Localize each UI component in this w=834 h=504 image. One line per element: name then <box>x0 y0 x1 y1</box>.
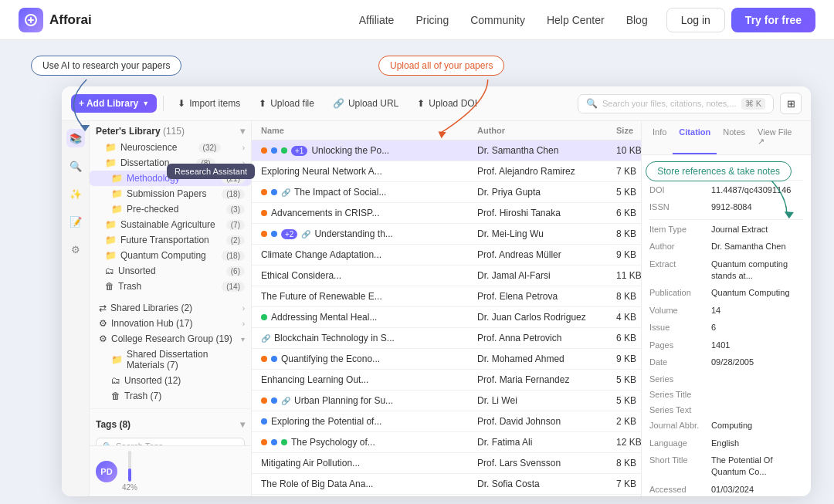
table-row[interactable]: The Future of Renewable E... Prof. Elena… <box>252 286 641 307</box>
table-row[interactable]: Addressing Mental Heal... Dr. Juan Carlo… <box>252 307 641 328</box>
row-author: Prof. Andreas Müller <box>477 249 616 260</box>
sidebar-item-innovation-hub[interactable]: ⚙ Innovation Hub (17) › <box>90 316 251 331</box>
logo[interactable]: Afforai <box>19 8 92 32</box>
nav-blog[interactable]: Blog <box>626 14 648 26</box>
sidebar-item-quantum[interactable]: 📁 Quantum Computing (18) <box>90 248 251 263</box>
nav-help-center[interactable]: Help Center <box>547 14 605 26</box>
layout-toggle-button[interactable]: ⊞ <box>780 93 802 114</box>
table-row[interactable]: Climate Change Adaptation... Prof. Andre… <box>252 245 641 266</box>
sidebar-item-pre-checked[interactable]: 📁 Pre-checked (3) <box>90 201 251 217</box>
storage-fill <box>128 468 131 482</box>
search-bar[interactable]: 🔍 Search your files, citations, notes,..… <box>578 94 774 113</box>
tab-notes[interactable]: Notes <box>717 121 751 154</box>
row-size: 8 KB <box>616 458 641 468</box>
row-title: Enhancing Learning Out... <box>261 374 368 385</box>
table-row[interactable]: Enhancing Learning Out... Prof. Maria Fe… <box>252 370 641 391</box>
sidebar-icon-library[interactable]: 📚 <box>66 129 85 147</box>
row-author: Dr. Sofia Costa <box>477 479 616 489</box>
col-size: Size <box>616 126 641 135</box>
nav-affiliate[interactable]: Affiliate <box>359 14 395 26</box>
table-row[interactable]: Ethical Considera... Dr. Jamal Al-Farsi … <box>252 266 641 286</box>
sidebar-item-submission-papers[interactable]: 📁 Submission Papers (18) <box>90 186 251 201</box>
navbar: Afforai Affiliate Pricing Community Help… <box>0 0 834 40</box>
row-name-cell: Quantifying the Econo... <box>261 353 477 364</box>
panel-row-language: Language English <box>649 438 803 449</box>
journal-abbr-value: Computing <box>711 420 803 431</box>
upload-url-button[interactable]: 🔗 Upload URL <box>325 94 406 113</box>
sidebar-icon-notes[interactable]: 📝 <box>66 212 85 231</box>
num-badge: +2 <box>281 229 297 239</box>
table-area: Name Author Size Date Published Citation… <box>252 121 641 496</box>
table-row[interactable]: Exploring Neural Network A... Prof. Alej… <box>252 161 641 182</box>
table-row[interactable]: +1 Unlocking the Po... Dr. Samantha Chen… <box>252 140 641 161</box>
expand-arrow: ▾ <box>241 335 245 343</box>
import-items-button[interactable]: ⬇ Import items <box>170 94 248 113</box>
panel-row-series: Series <box>649 374 803 384</box>
sidebar-icon-search[interactable]: 🔍 <box>66 157 85 175</box>
sidebar-library-header: Peter's Library (115) ▾ <box>90 121 251 140</box>
sidebar-item-shared-libraries[interactable]: ⇄ Shared Libraries (2) › <box>90 300 251 316</box>
row-size: 8 KB <box>616 291 641 302</box>
folder-icon: 📁 <box>105 157 117 168</box>
table-row[interactable]: Quantifying the Econo... Dr. Mohamed Ahm… <box>252 349 641 370</box>
table-row[interactable]: Exploring the Potential of... Prof. Davi… <box>252 411 641 432</box>
table-row[interactable]: The Psychology of... Dr. Fatima Ali 12 K… <box>252 432 641 453</box>
date-value: 09/28/2005 <box>711 357 803 368</box>
sidebar-icon-ai[interactable]: ✨ <box>66 184 85 203</box>
accessed-value: 01/03/2024 <box>711 484 803 496</box>
table-row[interactable]: The Role of Big Data Ana... Dr. Sofia Co… <box>252 474 641 495</box>
row-author: Dr. Jamal Al-Farsi <box>477 270 616 281</box>
row-name-cell: Exploring Neural Network A... <box>261 166 477 177</box>
table-row[interactable]: Advancements in CRISP... Prof. Hiroshi T… <box>252 203 641 224</box>
nav-pricing[interactable]: Pricing <box>415 14 449 26</box>
upload-doi-button[interactable]: ⬆ Upload DOI <box>409 94 485 113</box>
login-button[interactable]: Log in <box>666 8 725 32</box>
row-title: The Future of Renewable E... <box>261 291 382 302</box>
sidebar-item-college-research[interactable]: ⚙ College Research Group (19) ▾ <box>90 331 251 347</box>
row-title: Exploring the Potential of... <box>271 416 381 427</box>
row-size: 11 KB <box>616 270 641 281</box>
row-author: Prof. Hiroshi Tanaka <box>477 208 616 218</box>
table-row[interactable]: 🔗 Blockchain Technology in S... Prof. An… <box>252 328 641 349</box>
journal-abbr-label: Journal Abbr. <box>649 420 705 430</box>
sidebar-item-unsorted-shared[interactable]: 🗂 Unsorted (12) <box>90 373 251 388</box>
folder-icon: 📁 <box>105 142 117 153</box>
extract-label: Extract <box>649 259 705 269</box>
import-icon: ⬇ <box>178 98 185 109</box>
tags-expand-icon[interactable]: ▾ <box>240 419 245 430</box>
row-title: Ethical Considera... <box>261 270 341 281</box>
tab-citation[interactable]: Citation <box>673 121 717 154</box>
row-title: Urban Planning for Su... <box>294 395 393 406</box>
group-icon: ⚙ <box>99 318 107 329</box>
tab-view-file[interactable]: View File ↗ <box>751 121 806 154</box>
sidebar-item-neuroscience[interactable]: 📁 Neuroscience (32) › <box>90 140 251 155</box>
table-row[interactable]: +2 🔗 Understanding th... Dr. Mei-Ling Wu… <box>252 224 641 245</box>
volume-value: 14 <box>711 305 803 316</box>
nav-community[interactable]: Community <box>470 14 525 26</box>
panel-divider-2 <box>649 219 803 220</box>
table-body: +1 Unlocking the Po... Dr. Samantha Chen… <box>252 140 641 496</box>
table-header: Name Author Size Date Published Citation <box>252 121 641 140</box>
sidebar-item-shared-dissertation[interactable]: 📁 Shared Dissertation Materials (7) <box>90 347 251 373</box>
panel-content: Citation ✓ ✓ Auto filled DOI 11.4487/qc4… <box>642 155 811 496</box>
sidebar-item-trash-shared[interactable]: 🗑 Trash (7) <box>90 388 251 404</box>
table-row[interactable]: Mitigating Air Pollution... Prof. Lars S… <box>252 453 641 474</box>
upload-file-button[interactable]: ⬆ Upload file <box>251 94 322 113</box>
table-row[interactable]: 🔗 Fostering Diversity and Inc... Prof. R… <box>252 495 641 496</box>
tab-info[interactable]: Info <box>646 121 673 154</box>
row-name-cell: Enhancing Learning Out... <box>261 374 477 385</box>
issn-label: ISSN <box>649 201 705 211</box>
sidebar-item-sustainable[interactable]: 📁 Sustainable Agriculture (7) <box>90 217 251 232</box>
language-label: Language <box>649 438 705 448</box>
library-expand-icon[interactable]: ▾ <box>240 126 245 137</box>
sidebar-item-future-transport[interactable]: 📁 Future Transportation (2) <box>90 232 251 248</box>
add-library-button[interactable]: + Add Library ▼ <box>71 94 157 113</box>
row-author: Dr. Juan Carlos Rodriguez <box>477 312 616 323</box>
table-row[interactable]: 🔗 Urban Planning for Su... Dr. Li Wei 5 … <box>252 391 641 411</box>
sidebar-item-unsorted[interactable]: 🗂 Unsorted (6) <box>90 263 251 279</box>
table-row[interactable]: 🔗 The Impact of Social... Dr. Priya Gupt… <box>252 182 641 203</box>
sidebar-item-trash[interactable]: 🗑 Trash (14) <box>90 279 251 294</box>
dropdown-arrow-icon: ▼ <box>142 100 149 107</box>
sidebar-icon-settings[interactable]: ⚙ <box>66 240 85 259</box>
try-free-button[interactable]: Try for free <box>731 8 815 32</box>
